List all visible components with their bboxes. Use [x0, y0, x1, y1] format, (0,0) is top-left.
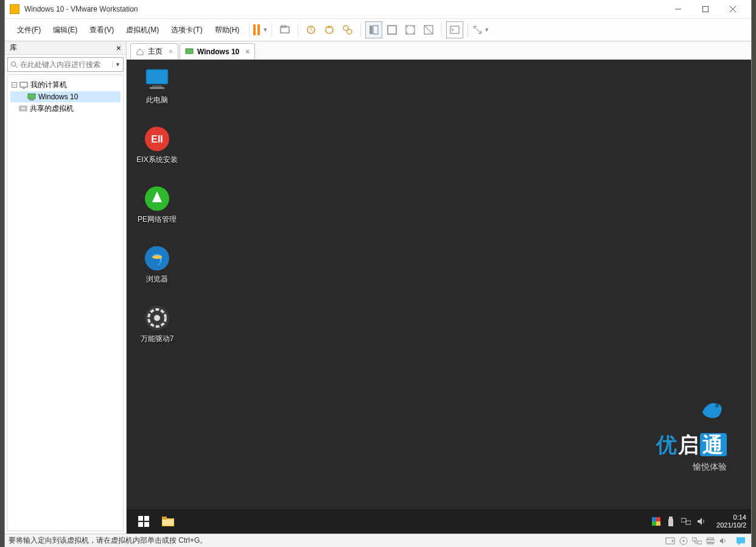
desktop-icon-browser[interactable]: 浏览器: [134, 245, 180, 284]
maximize-button[interactable]: [691, 0, 719, 18]
svg-point-57: [683, 540, 685, 542]
svg-rect-63: [737, 537, 745, 543]
desktop-watermark: 优启通 愉悦体验: [656, 393, 727, 473]
tree-vm-windows10[interactable]: Windows 10: [10, 91, 121, 102]
desktop-icon-label: PE网络管理: [134, 214, 180, 225]
status-cd-icon[interactable]: [678, 536, 689, 546]
unity-icon[interactable]: [420, 21, 437, 38]
menu-view[interactable]: 查看(V): [83, 23, 120, 38]
pause-button[interactable]: ▼: [253, 24, 268, 35]
desktop-icon-eix[interactable]: EII EIX系统安装: [134, 125, 180, 165]
desktop-icon-label: 此电脑: [134, 95, 180, 105]
tray-network-icon[interactable]: [681, 517, 691, 526]
manage-snapshots-icon[interactable]: [339, 21, 356, 38]
svg-rect-26: [146, 69, 168, 84]
titlebar[interactable]: Windows 10 - VMware Workstation: [5, 0, 751, 18]
svg-rect-50: [669, 517, 673, 519]
tab-home-close-icon[interactable]: ×: [169, 48, 173, 56]
svg-rect-48: [652, 521, 656, 526]
svg-rect-47: [656, 517, 660, 521]
tree-vm-label: Windows 10: [38, 93, 78, 101]
svg-rect-42: [144, 522, 149, 527]
stretch-icon[interactable]: ▼: [472, 21, 489, 38]
layout-single-icon[interactable]: [383, 21, 401, 38]
svg-rect-39: [138, 516, 143, 521]
menu-file[interactable]: 文件(F): [11, 23, 47, 38]
tabbar: 主页 × Windows 10 ×: [127, 41, 751, 60]
tree-shared-label: 共享的虚拟机: [30, 104, 74, 114]
status-hdd-icon[interactable]: [665, 536, 676, 546]
svg-point-37: [154, 315, 160, 321]
guest-taskbar[interactable]: 0:14 2021/10/2: [127, 509, 751, 534]
menu-edit[interactable]: 编辑(E): [47, 23, 83, 38]
svg-rect-22: [29, 99, 34, 101]
tab-home-label: 主页: [148, 46, 163, 57]
search-dropdown-icon[interactable]: ▼: [112, 62, 123, 68]
desktop-icon-label: 万能驱动7: [134, 334, 180, 344]
tree-shared-vms[interactable]: 共享的虚拟机: [10, 102, 121, 115]
svg-point-34: [152, 255, 162, 259]
svg-point-38: [715, 404, 719, 408]
search-input[interactable]: [20, 60, 112, 69]
svg-rect-53: [686, 521, 691, 524]
svg-point-17: [12, 62, 16, 66]
console-icon[interactable]: [446, 21, 463, 38]
taskbar-explorer-icon[interactable]: [156, 509, 180, 534]
menubar: 文件(F) 编辑(E) 查看(V) 虚拟机(M) 选项卡(T) 帮助(H) ▼ …: [5, 18, 751, 41]
menu-help[interactable]: 帮助(H): [209, 23, 246, 38]
search-icon: [8, 61, 20, 68]
library-sidebar: 库 × ▼ − 我的计算机 Windows 10: [5, 41, 127, 534]
svg-point-55: [672, 540, 674, 542]
desktop-icon-pe-network[interactable]: PE网络管理: [134, 185, 180, 225]
svg-rect-52: [681, 518, 686, 522]
revert-icon[interactable]: [321, 21, 338, 38]
status-network-icon[interactable]: [691, 536, 702, 546]
tray-usb-icon[interactable]: [667, 517, 675, 526]
desktop-icon-label: EIX系统安装: [134, 155, 180, 165]
start-button[interactable]: [131, 509, 156, 534]
close-button[interactable]: [719, 0, 746, 18]
tab-vm[interactable]: Windows 10 ×: [180, 43, 255, 59]
desktop-icon-this-pc[interactable]: 此电脑: [134, 66, 180, 105]
svg-rect-19: [20, 82, 27, 87]
collapse-icon[interactable]: −: [12, 82, 17, 88]
tray-volume-icon[interactable]: [697, 517, 707, 526]
snapshot-take-icon[interactable]: [276, 21, 293, 38]
svg-rect-49: [656, 521, 660, 526]
status-sound-icon[interactable]: [718, 536, 729, 546]
status-message-icon[interactable]: [735, 536, 746, 546]
svg-rect-51: [668, 519, 673, 526]
status-printer-icon[interactable]: [705, 536, 716, 546]
taskbar-clock[interactable]: 0:14 2021/10/2: [716, 513, 746, 529]
tab-home[interactable]: 主页 ×: [130, 43, 178, 59]
clock-time: 0:14: [716, 513, 746, 521]
window-title: Windows 10 - VMware Workstation: [24, 5, 138, 13]
svg-rect-16: [450, 26, 459, 34]
fullscreen-icon[interactable]: [402, 21, 419, 38]
svg-rect-45: [163, 520, 173, 525]
svg-rect-24: [21, 107, 26, 110]
svg-rect-11: [373, 26, 378, 34]
svg-line-15: [424, 26, 433, 34]
svg-rect-29: [150, 87, 164, 89]
clock-date: 2021/10/2: [716, 521, 746, 529]
guest-display[interactable]: 此电脑 EII EIX系统安装 PE网络管理 浏览器: [127, 60, 751, 534]
desktop-icon-driver[interactable]: 万能驱动7: [134, 305, 180, 344]
close-sidebar-button[interactable]: ×: [116, 43, 121, 53]
snapshot-icon[interactable]: [303, 21, 320, 38]
menu-vm[interactable]: 虚拟机(M): [120, 23, 165, 38]
minimize-button[interactable]: [664, 0, 691, 18]
guest-desktop[interactable]: 此电脑 EII EIX系统安装 PE网络管理 浏览器: [127, 60, 751, 509]
svg-rect-40: [144, 516, 149, 521]
svg-rect-41: [138, 522, 143, 527]
tray-security-icon[interactable]: [652, 517, 660, 526]
svg-rect-12: [388, 26, 396, 34]
svg-line-18: [15, 66, 17, 68]
layout-thumb-icon[interactable]: [365, 21, 382, 38]
svg-rect-25: [186, 49, 193, 54]
menu-tabs[interactable]: 选项卡(T): [165, 23, 208, 38]
library-search[interactable]: ▼: [7, 57, 124, 72]
tab-vm-close-icon[interactable]: ×: [245, 48, 250, 56]
system-tray[interactable]: 0:14 2021/10/2: [652, 513, 746, 529]
tree-my-computer[interactable]: − 我的计算机: [10, 79, 121, 91]
